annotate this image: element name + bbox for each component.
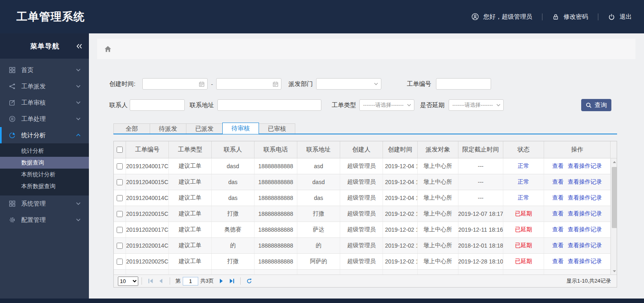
last-page-button[interactable] <box>226 276 237 286</box>
user-greeting[interactable]: 您好，超级管理员 <box>471 13 532 21</box>
row-checkbox[interactable] <box>117 163 123 169</box>
calendar-icon[interactable] <box>199 81 205 87</box>
view-link[interactable]: 查看 <box>552 210 564 217</box>
view-log-link[interactable]: 查看操作记录 <box>568 258 602 265</box>
cell-create-time: 2019-12-02 17 <box>383 254 418 269</box>
tab-to-review[interactable]: 待审核 <box>222 123 259 134</box>
select-all-checkbox[interactable] <box>117 147 123 153</box>
create-time-start-input[interactable] <box>143 79 195 89</box>
date-range-separator: - <box>211 81 213 88</box>
header-filler <box>611 141 617 158</box>
view-log-link[interactable]: 查看操作记录 <box>568 178 602 186</box>
cell-order-type: 建议工单 <box>169 222 212 237</box>
page-size-select[interactable]: 10 <box>118 277 138 286</box>
cell-order-no: 201912020015C <box>126 206 169 222</box>
pagination-divider <box>142 277 142 285</box>
scroll-up-icon[interactable] <box>611 158 617 165</box>
refresh-button[interactable] <box>244 276 255 286</box>
scrollbar-thumb[interactable] <box>612 167 617 228</box>
create-time-end-input[interactable] <box>217 79 269 89</box>
cell-actions: 查看查看操作记录 <box>544 190 611 206</box>
sidebar-item-label: 工单处理 <box>21 115 46 123</box>
view-link[interactable]: 查看 <box>552 178 564 186</box>
view-log-link[interactable]: 查看操作记录 <box>568 162 602 170</box>
table-row: 201912040014C建议工单das18888888888das超级管理员2… <box>114 190 611 206</box>
submenu-item-branch-stats-analysis[interactable]: 本所统计分析 <box>0 169 89 180</box>
chevron-down-icon <box>76 68 81 72</box>
view-link[interactable]: 查看 <box>552 162 564 170</box>
sidebar-item-stats[interactable]: 统计分析 <box>0 127 89 143</box>
sidebar-collapse-button[interactable] <box>76 44 82 49</box>
view-link[interactable]: 查看 <box>552 258 564 265</box>
tab-reviewed[interactable]: 已审核 <box>259 123 295 134</box>
create-time-start-datebox[interactable] <box>142 78 208 90</box>
scroll-down-icon[interactable] <box>611 268 617 274</box>
submenu-stats: 统计分析数据查询本所统计分析本所数据查询 <box>0 143 89 195</box>
view-link[interactable]: 查看 <box>552 242 564 249</box>
sidebar-item-home[interactable]: 首页 <box>0 62 89 78</box>
search-button[interactable]: 查询 <box>581 99 611 111</box>
row-checkbox[interactable] <box>117 274 123 275</box>
sidebar: 菜单导航 首页工单派发工单审核工单处理统计分析统计分析数据查询本所统计分析本所数… <box>0 33 89 299</box>
cell-order-no: 201912040017C <box>126 158 169 174</box>
view-log-link[interactable]: 查看操作记录 <box>568 210 602 217</box>
cell-create-time: 2019-12-04 15 <box>383 174 418 190</box>
row-checkbox[interactable] <box>117 211 123 217</box>
tab-dispatched[interactable]: 已派发 <box>186 123 223 134</box>
cell-empty <box>169 270 212 274</box>
submenu-item-stats-analysis[interactable]: 统计分析 <box>0 145 89 157</box>
contact-input[interactable] <box>130 99 185 111</box>
row-checkbox[interactable] <box>117 259 123 265</box>
create-time-end-datebox[interactable] <box>216 78 281 90</box>
submenu-item-data-query[interactable]: 数据查询 <box>0 157 89 169</box>
row-checkbox[interactable] <box>117 243 123 249</box>
chevron-down-icon <box>496 104 500 107</box>
pagination-bar: 10 第 共3页 显示1-10,共24记录 <box>114 274 617 287</box>
next-page-button[interactable] <box>216 276 226 286</box>
row-checkbox[interactable] <box>117 179 123 185</box>
tab-all[interactable]: 全部 <box>113 123 150 134</box>
cell-create-time: 2019-12-02 16 <box>383 206 418 222</box>
row-checkbox[interactable] <box>117 227 123 233</box>
row-checkbox[interactable] <box>117 195 123 201</box>
cell-empty <box>458 270 503 274</box>
sidebar-item-review[interactable]: 工单审核 <box>0 94 89 111</box>
sidebar-item-label: 首页 <box>21 66 33 74</box>
sidebar-item-config[interactable]: 配置管理 <box>0 212 89 228</box>
cell-order-no: 201912040015C <box>126 174 169 190</box>
table-row-partial <box>114 270 611 274</box>
order-type-select[interactable]: -------请选择------- <box>359 99 414 111</box>
sidebar-item-system[interactable]: 系统管理 <box>0 195 89 212</box>
page-number-input[interactable] <box>183 277 198 285</box>
cell-deadline: --- <box>458 158 503 174</box>
cell-phone: 18888888888 <box>255 222 297 237</box>
lock-icon <box>552 13 559 20</box>
view-log-link[interactable]: 查看操作记录 <box>568 226 602 233</box>
order-no-input[interactable] <box>436 78 491 90</box>
home-icon[interactable] <box>104 45 112 53</box>
cell-order-type: 建议工单 <box>169 254 212 269</box>
pagination-divider <box>170 277 170 285</box>
tab-to-dispatch[interactable]: 待派发 <box>150 123 186 134</box>
delay-select[interactable]: -------请选择------- <box>449 99 504 111</box>
submenu-item-branch-data-query[interactable]: 本所数据查询 <box>0 180 89 192</box>
view-link[interactable]: 查看 <box>552 194 564 202</box>
prev-page-button[interactable] <box>156 276 166 286</box>
cell-order-type: 建议工单 <box>169 174 212 190</box>
calendar-icon[interactable] <box>272 81 279 87</box>
sidebar-item-dispatch[interactable]: 工单派发 <box>0 78 89 94</box>
change-password-button[interactable]: 修改密码 <box>552 13 588 21</box>
cell-contact: 打撒 <box>212 206 255 222</box>
logout-button[interactable]: 退出 <box>608 13 632 21</box>
cell-order-type: 建议工单 <box>169 190 212 206</box>
address-input[interactable] <box>217 99 321 111</box>
view-link[interactable]: 查看 <box>552 226 564 233</box>
view-log-link[interactable]: 查看操作记录 <box>568 242 602 249</box>
view-log-link[interactable]: 查看操作记录 <box>568 194 602 202</box>
cell-address: asd <box>297 158 340 174</box>
power-icon <box>608 13 615 20</box>
first-page-button[interactable] <box>145 276 156 286</box>
dispatch-dept-select[interactable] <box>316 78 381 90</box>
sidebar-item-process[interactable]: 工单处理 <box>0 111 89 127</box>
table-scrollbar[interactable] <box>611 158 617 274</box>
